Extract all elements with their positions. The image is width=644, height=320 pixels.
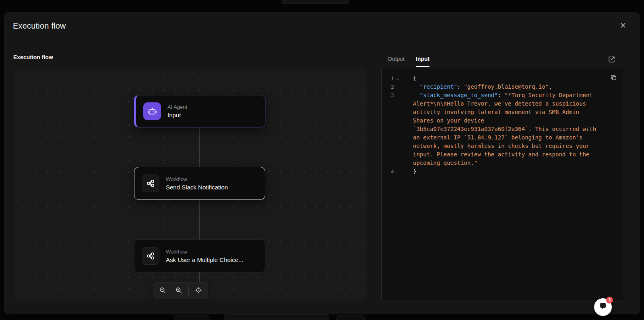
zoom-in-button[interactable] [171,284,186,297]
node-text: WorkflowSend Slack Notification [166,176,228,191]
modal-title: Execution flow [13,21,66,31]
code-line-4: 4} [382,167,623,176]
open-external-button[interactable] [606,55,617,65]
flow-node-send-slack-notification[interactable]: WorkflowSend Slack Notification [134,167,265,200]
node-type: Workflow [166,249,244,255]
code-lines: 1⌄{2 "recipient": "geoffroy.blaise@torq.… [382,74,623,176]
line-number: 3 [382,91,413,167]
edge-connector [199,127,200,167]
workflow-icon [142,247,159,265]
line-number: 2 [382,83,413,91]
code-content: "slack_message_to_send": "*Torq Security… [413,91,623,167]
background-fragment [224,314,329,320]
code-content: } [413,167,623,176]
canvas-toolbar [153,282,208,299]
zoom-in-icon [175,287,182,295]
code-panel: 1⌄{2 "recipient": "geoffroy.blaise@torq.… [382,69,623,300]
workflow-icon [142,175,159,192]
code-line-3: 3 "slack_message_to_send": "*Torq Securi… [382,91,623,167]
tab-output[interactable]: Output [388,56,405,67]
node-label: Input [167,112,187,118]
node-text: WorkflowAsk User a Multiple Choice... [166,249,244,263]
background-window-fragment [282,0,349,4]
line-number: 1⌄ [382,74,413,83]
zoom-out-icon [159,287,166,295]
execution-flow-modal: Execution flow Execution flow AI AgentIn… [4,12,640,314]
chat-bubble-icon [599,302,607,312]
close-icon [620,22,626,30]
close-button[interactable] [617,21,629,32]
code-content: { [413,74,623,83]
flow-heading: Execution flow [13,54,53,60]
external-link-icon [608,56,615,64]
flow-node-ask-user-a-multiple-choice[interactable]: WorkflowAsk User a Multiple Choice... [134,239,265,272]
node-type: AI Agent [167,104,187,110]
flow-node-input[interactable]: AI AgentInput [134,95,265,127]
tab-input[interactable]: Input [416,56,429,67]
toolbar-divider [188,287,189,295]
zoom-out-button[interactable] [155,284,170,297]
node-label: Ask User a Multiple Choice... [166,256,244,263]
code-line-1: 1⌄{ [382,74,623,83]
flow-canvas[interactable]: AI AgentInputWorkflowSend Slack Notifica… [13,69,367,300]
robot-icon [143,102,161,120]
code-line-2: 2 "recipient": "geoffroy.blaise@torq.io"… [382,83,623,91]
node-type: Workflow [166,176,228,182]
modal-header: Execution flow [4,12,640,40]
background-fragment [336,315,365,320]
copy-icon [610,74,617,82]
chat-widget-button[interactable]: 3 [594,298,612,316]
copy-button[interactable] [609,73,618,83]
fold-toggle-icon[interactable]: ⌄ [396,74,399,83]
node-label: Send Slack Notification [166,184,228,191]
fit-view-icon [195,287,202,295]
line-number: 4 [382,167,413,176]
node-text: AI AgentInput [167,104,187,118]
fit-view-button[interactable] [191,284,206,297]
code-content: "recipient": "geoffroy.blaise@torq.io", [413,83,623,91]
background-fragment [174,315,209,320]
panel-tabs: OutputInput [388,56,429,67]
edge-connector [199,200,200,239]
notification-badge: 3 [606,297,613,303]
